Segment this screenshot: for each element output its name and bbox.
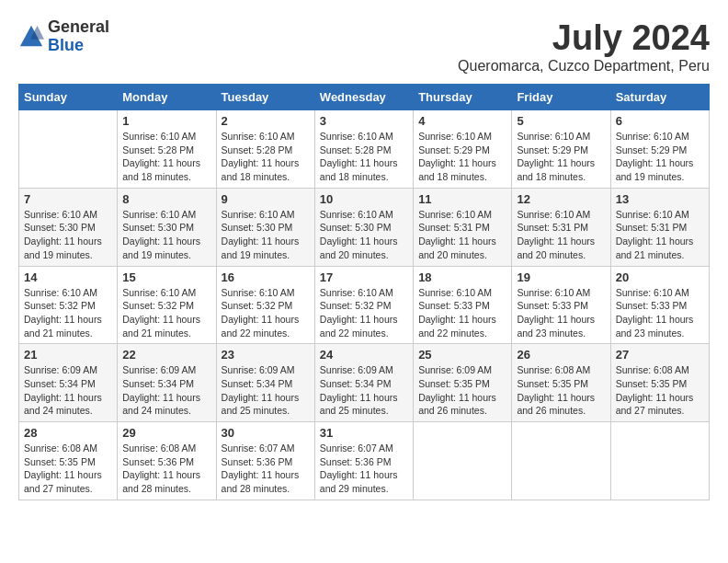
- week-row-2: 7Sunrise: 6:10 AM Sunset: 5:30 PM Daylig…: [19, 188, 710, 266]
- day-number: 10: [320, 192, 408, 206]
- calendar-cell: 27Sunrise: 6:08 AM Sunset: 5:35 PM Dayli…: [610, 344, 709, 422]
- logo-text: General Blue: [48, 18, 109, 55]
- calendar-cell: 16Sunrise: 6:10 AM Sunset: 5:32 PM Dayli…: [216, 266, 314, 344]
- day-number: 31: [320, 426, 408, 440]
- day-info: Sunrise: 6:09 AM Sunset: 5:35 PM Dayligh…: [418, 363, 506, 418]
- day-info: Sunrise: 6:10 AM Sunset: 5:33 PM Dayligh…: [517, 286, 605, 340]
- day-number: 22: [122, 348, 210, 362]
- day-number: 3: [320, 114, 408, 128]
- week-row-4: 21Sunrise: 6:09 AM Sunset: 5:34 PM Dayli…: [19, 344, 710, 422]
- header-cell-saturday: Saturday: [610, 85, 709, 110]
- calendar-cell: 31Sunrise: 6:07 AM Sunset: 5:36 PM Dayli…: [314, 422, 413, 500]
- day-number: 23: [222, 348, 310, 362]
- header-row: SundayMondayTuesdayWednesdayThursdayFrid…: [19, 85, 710, 110]
- day-info: Sunrise: 6:10 AM Sunset: 5:31 PM Dayligh…: [517, 208, 605, 262]
- day-number: 24: [320, 348, 408, 362]
- day-info: Sunrise: 6:07 AM Sunset: 5:36 PM Dayligh…: [320, 442, 408, 496]
- day-number: 20: [616, 270, 704, 284]
- day-number: 28: [24, 426, 112, 440]
- calendar-cell: 10Sunrise: 6:10 AM Sunset: 5:30 PM Dayli…: [314, 188, 413, 266]
- calendar-cell: 17Sunrise: 6:10 AM Sunset: 5:32 PM Dayli…: [314, 266, 413, 344]
- calendar-cell: 19Sunrise: 6:10 AM Sunset: 5:33 PM Dayli…: [512, 266, 610, 344]
- location-text: Queromarca, Cuzco Department, Peru: [458, 58, 710, 75]
- day-info: Sunrise: 6:08 AM Sunset: 5:35 PM Dayligh…: [616, 363, 704, 418]
- calendar-cell: 23Sunrise: 6:09 AM Sunset: 5:34 PM Dayli…: [216, 344, 314, 422]
- day-info: Sunrise: 6:09 AM Sunset: 5:34 PM Dayligh…: [222, 363, 310, 418]
- header-cell-friday: Friday: [512, 85, 610, 110]
- header: General Blue July 2024 Queromarca, Cuzco…: [18, 18, 710, 75]
- day-number: 4: [418, 114, 506, 128]
- day-number: 27: [616, 348, 704, 362]
- calendar-cell: 21Sunrise: 6:09 AM Sunset: 5:34 PM Dayli…: [19, 344, 118, 422]
- day-number: 29: [122, 426, 210, 440]
- day-info: Sunrise: 6:10 AM Sunset: 5:31 PM Dayligh…: [418, 208, 506, 262]
- calendar-cell: 7Sunrise: 6:10 AM Sunset: 5:30 PM Daylig…: [19, 188, 118, 266]
- logo: General Blue: [18, 18, 109, 55]
- month-year-title: July 2024: [458, 18, 710, 58]
- day-info: Sunrise: 6:10 AM Sunset: 5:33 PM Dayligh…: [418, 286, 506, 340]
- day-info: Sunrise: 6:08 AM Sunset: 5:35 PM Dayligh…: [24, 442, 112, 496]
- calendar-cell: 3Sunrise: 6:10 AM Sunset: 5:28 PM Daylig…: [314, 110, 413, 189]
- day-number: 15: [122, 270, 210, 284]
- day-number: 13: [616, 192, 704, 206]
- calendar-cell: 8Sunrise: 6:10 AM Sunset: 5:30 PM Daylig…: [118, 188, 216, 266]
- calendar-cell: 12Sunrise: 6:10 AM Sunset: 5:31 PM Dayli…: [512, 188, 610, 266]
- calendar-header: SundayMondayTuesdayWednesdayThursdayFrid…: [19, 85, 710, 110]
- week-row-3: 14Sunrise: 6:10 AM Sunset: 5:32 PM Dayli…: [19, 266, 710, 344]
- header-cell-tuesday: Tuesday: [216, 85, 314, 110]
- header-cell-sunday: Sunday: [19, 85, 118, 110]
- day-info: Sunrise: 6:10 AM Sunset: 5:29 PM Dayligh…: [616, 130, 704, 184]
- day-info: Sunrise: 6:10 AM Sunset: 5:28 PM Dayligh…: [222, 130, 310, 184]
- calendar-cell: 9Sunrise: 6:10 AM Sunset: 5:30 PM Daylig…: [216, 188, 314, 266]
- calendar-cell: [512, 422, 610, 500]
- calendar-cell: [610, 422, 709, 500]
- day-number: 18: [418, 270, 506, 284]
- week-row-1: 1Sunrise: 6:10 AM Sunset: 5:28 PM Daylig…: [19, 110, 710, 189]
- header-cell-thursday: Thursday: [414, 85, 512, 110]
- day-info: Sunrise: 6:10 AM Sunset: 5:32 PM Dayligh…: [24, 286, 112, 340]
- day-info: Sunrise: 6:10 AM Sunset: 5:30 PM Dayligh…: [24, 208, 112, 262]
- day-info: Sunrise: 6:10 AM Sunset: 5:30 PM Dayligh…: [320, 208, 408, 262]
- logo-icon: [18, 24, 44, 50]
- day-number: 16: [222, 270, 310, 284]
- header-cell-wednesday: Wednesday: [314, 85, 413, 110]
- day-info: Sunrise: 6:10 AM Sunset: 5:29 PM Dayligh…: [517, 130, 605, 184]
- calendar-cell: [19, 110, 118, 189]
- day-number: 8: [122, 192, 210, 206]
- calendar-cell: 14Sunrise: 6:10 AM Sunset: 5:32 PM Dayli…: [19, 266, 118, 344]
- day-info: Sunrise: 6:09 AM Sunset: 5:34 PM Dayligh…: [320, 363, 408, 418]
- day-number: 9: [222, 192, 310, 206]
- day-info: Sunrise: 6:08 AM Sunset: 5:36 PM Dayligh…: [122, 442, 210, 496]
- day-number: 6: [616, 114, 704, 128]
- calendar-cell: 2Sunrise: 6:10 AM Sunset: 5:28 PM Daylig…: [216, 110, 314, 189]
- day-number: 26: [517, 348, 605, 362]
- day-info: Sunrise: 6:09 AM Sunset: 5:34 PM Dayligh…: [24, 363, 112, 418]
- day-number: 7: [24, 192, 112, 206]
- logo-general-text: General: [48, 18, 109, 37]
- calendar-cell: [414, 422, 512, 500]
- calendar-table: SundayMondayTuesdayWednesdayThursdayFrid…: [18, 84, 710, 500]
- day-info: Sunrise: 6:08 AM Sunset: 5:35 PM Dayligh…: [517, 363, 605, 418]
- day-info: Sunrise: 6:10 AM Sunset: 5:32 PM Dayligh…: [320, 286, 408, 340]
- day-number: 17: [320, 270, 408, 284]
- day-number: 1: [122, 114, 210, 128]
- day-info: Sunrise: 6:09 AM Sunset: 5:34 PM Dayligh…: [122, 363, 210, 418]
- day-info: Sunrise: 6:10 AM Sunset: 5:28 PM Dayligh…: [320, 130, 408, 184]
- day-number: 25: [418, 348, 506, 362]
- calendar-cell: 11Sunrise: 6:10 AM Sunset: 5:31 PM Dayli…: [414, 188, 512, 266]
- day-info: Sunrise: 6:10 AM Sunset: 5:30 PM Dayligh…: [122, 208, 210, 262]
- calendar-cell: 28Sunrise: 6:08 AM Sunset: 5:35 PM Dayli…: [19, 422, 118, 500]
- calendar-cell: 5Sunrise: 6:10 AM Sunset: 5:29 PM Daylig…: [512, 110, 610, 189]
- title-area: July 2024 Queromarca, Cuzco Department, …: [458, 18, 710, 75]
- day-info: Sunrise: 6:10 AM Sunset: 5:31 PM Dayligh…: [616, 208, 704, 262]
- day-info: Sunrise: 6:10 AM Sunset: 5:28 PM Dayligh…: [122, 130, 210, 184]
- calendar-cell: 29Sunrise: 6:08 AM Sunset: 5:36 PM Dayli…: [118, 422, 216, 500]
- day-info: Sunrise: 6:10 AM Sunset: 5:30 PM Dayligh…: [222, 208, 310, 262]
- calendar-cell: 24Sunrise: 6:09 AM Sunset: 5:34 PM Dayli…: [314, 344, 413, 422]
- calendar-cell: 26Sunrise: 6:08 AM Sunset: 5:35 PM Dayli…: [512, 344, 610, 422]
- day-info: Sunrise: 6:10 AM Sunset: 5:29 PM Dayligh…: [418, 130, 506, 184]
- day-number: 19: [517, 270, 605, 284]
- calendar-cell: 25Sunrise: 6:09 AM Sunset: 5:35 PM Dayli…: [414, 344, 512, 422]
- day-number: 2: [222, 114, 310, 128]
- calendar-body: 1Sunrise: 6:10 AM Sunset: 5:28 PM Daylig…: [19, 110, 710, 500]
